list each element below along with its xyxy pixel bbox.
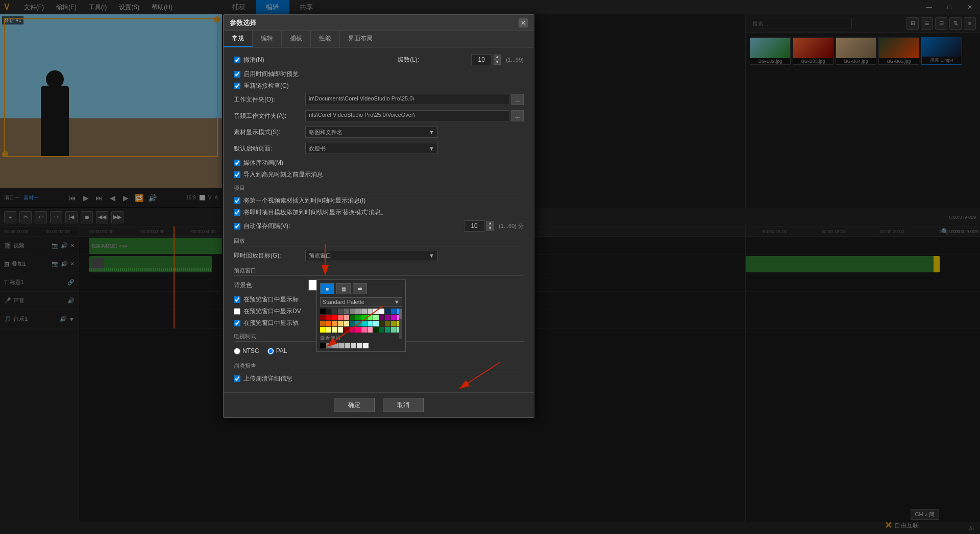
cp-swap-tab[interactable]: ⇄ — [353, 283, 367, 294]
color-o5[interactable] — [344, 321, 349, 326]
timeline-preview-checkbox[interactable] — [234, 71, 240, 78]
color-m3[interactable] — [355, 327, 361, 333]
color-y5[interactable] — [320, 327, 326, 333]
auto-save-checkbox[interactable] — [234, 223, 240, 230]
color-o4[interactable] — [338, 321, 344, 326]
color-y3[interactable] — [391, 321, 397, 326]
color-y8[interactable] — [338, 327, 344, 333]
levels-down-button[interactable]: ▼ — [494, 60, 501, 65]
color-o2[interactable] — [326, 321, 332, 326]
color-white[interactable] — [379, 309, 385, 314]
cp-gradient-tab[interactable]: ▦ — [336, 283, 351, 294]
color-c13[interactable] — [391, 309, 397, 314]
color-black[interactable] — [320, 309, 326, 314]
color-r4[interactable] — [338, 315, 344, 320]
color-dg2[interactable] — [379, 327, 385, 333]
dialog-tab-layout[interactable]: 界面布局 — [340, 31, 381, 47]
auto-save-down[interactable]: ▼ — [486, 226, 494, 231]
color-g4[interactable] — [368, 315, 373, 320]
color-t1[interactable] — [350, 321, 355, 326]
color-y2[interactable] — [385, 321, 390, 326]
color-c5[interactable] — [344, 309, 349, 314]
color-r3[interactable] — [332, 315, 337, 320]
cp-solid-tab[interactable]: ■ — [320, 283, 334, 294]
show-titles-checkbox[interactable] — [234, 296, 240, 303]
pal-radio[interactable] — [267, 348, 274, 354]
auto-save-up[interactable]: ▲ — [486, 221, 494, 226]
relink-checkbox[interactable] — [234, 83, 240, 89]
color-dg3[interactable] — [385, 327, 390, 333]
color-c10[interactable] — [373, 309, 379, 314]
palette-dropdown-icon[interactable]: ▼ — [394, 299, 400, 305]
color-o1[interactable] — [320, 321, 326, 326]
color-p2[interactable] — [385, 315, 390, 320]
pal-option[interactable]: PAL — [267, 347, 287, 354]
color-r1[interactable] — [320, 315, 326, 320]
show-indicators-checkbox[interactable] — [234, 320, 240, 326]
color-c12[interactable] — [385, 309, 390, 314]
levels-input[interactable] — [471, 54, 492, 65]
insert-msg-checkbox[interactable] — [234, 197, 240, 204]
color-r5[interactable] — [344, 315, 349, 320]
ntsc-option[interactable]: NTSC — [234, 347, 259, 354]
color-g3[interactable] — [361, 315, 367, 320]
cp-scrollbar-thumb[interactable] — [399, 309, 402, 319]
color-p3[interactable] — [391, 315, 397, 320]
color-c6[interactable] — [350, 309, 355, 314]
color-g1[interactable] — [350, 315, 355, 320]
color-c2[interactable] — [326, 309, 332, 314]
color-c8[interactable] — [361, 309, 367, 314]
recent-ltgray[interactable] — [332, 343, 338, 348]
color-m4[interactable] — [361, 327, 367, 333]
color-y7[interactable] — [332, 327, 337, 333]
cancel-button[interactable]: 取消 — [383, 398, 424, 412]
color-o3[interactable] — [332, 321, 337, 326]
recent-b0[interactable] — [338, 343, 344, 348]
color-t2[interactable] — [355, 321, 361, 326]
color-g5[interactable] — [373, 315, 379, 320]
color-c9[interactable] — [368, 309, 373, 314]
undo-checkbox[interactable] — [234, 57, 240, 63]
color-y1[interactable] — [379, 321, 385, 326]
ntsc-radio[interactable] — [234, 348, 240, 354]
color-dg4[interactable] — [391, 327, 397, 333]
recent-gray[interactable] — [326, 343, 332, 348]
levels-up-button[interactable]: ▲ — [494, 55, 501, 60]
color-c4[interactable] — [338, 309, 344, 314]
color-r2[interactable] — [326, 315, 332, 320]
work-folder-browse[interactable]: ... — [511, 94, 524, 105]
media-display-dropdown[interactable]: 略图和文件名 ▼ — [305, 126, 438, 138]
color-m2[interactable] — [350, 327, 355, 333]
color-p1[interactable] — [379, 315, 385, 320]
default-startup-dropdown[interactable]: 欢迎书 ▼ — [305, 143, 438, 154]
dialog-tab-edit[interactable]: 编辑 — [253, 31, 282, 47]
instant-target-dropdown[interactable]: 预览窗口 ▼ — [305, 250, 438, 261]
recent-ltltgray[interactable] — [363, 343, 369, 348]
color-t4[interactable] — [368, 321, 373, 326]
color-m1[interactable] — [344, 327, 349, 333]
dialog-tab-performance[interactable]: 性能 — [311, 31, 340, 47]
recent-d0[interactable] — [351, 343, 356, 348]
ok-button[interactable]: 确定 — [334, 398, 375, 412]
color-c3[interactable] — [332, 309, 337, 314]
recent-silver[interactable] — [345, 343, 350, 348]
color-t5[interactable] — [373, 321, 379, 326]
color-t3[interactable] — [361, 321, 367, 326]
cp-scrollbar[interactable] — [399, 309, 402, 339]
auto-save-input[interactable] — [464, 220, 484, 232]
show-dv-checkbox[interactable] — [234, 308, 240, 315]
color-dg1[interactable] — [373, 327, 379, 333]
import-msg-checkbox[interactable] — [234, 171, 240, 178]
audio-folder-browse[interactable]: ... — [511, 110, 524, 121]
recent-e0[interactable] — [357, 343, 362, 348]
color-m5[interactable] — [368, 327, 373, 333]
template-msg-checkbox[interactable] — [234, 209, 240, 216]
color-y6[interactable] — [326, 327, 332, 333]
color-g2[interactable] — [355, 315, 361, 320]
library-anim-checkbox[interactable] — [234, 160, 240, 166]
upload-crash-checkbox[interactable] — [234, 375, 240, 382]
dialog-tab-capture[interactable]: 捕获 — [282, 31, 311, 47]
recent-black[interactable] — [320, 343, 326, 348]
color-c7[interactable] — [355, 309, 361, 314]
dialog-tab-general[interactable]: 常规 — [224, 31, 253, 47]
